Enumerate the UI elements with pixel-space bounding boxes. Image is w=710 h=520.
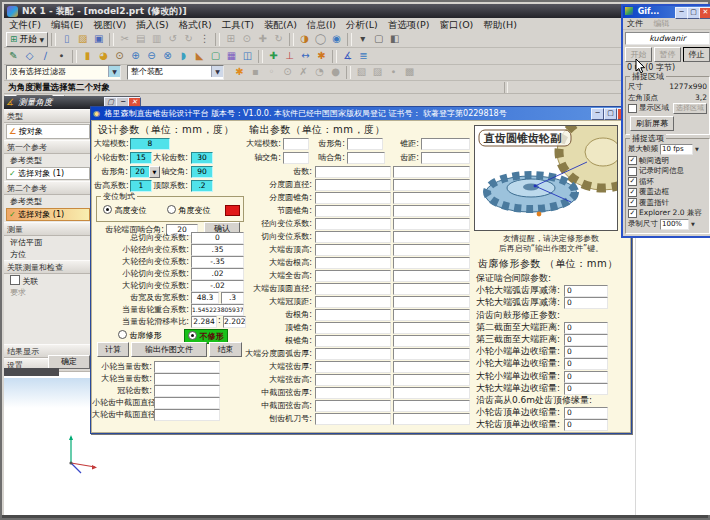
output-row-input-19-pinion[interactable] bbox=[315, 413, 391, 425]
output-row-input-16-pinion[interactable] bbox=[315, 374, 391, 386]
gif-option-checkbox-0[interactable]: ✓ bbox=[628, 156, 637, 165]
orientation-label[interactable]: 方位 bbox=[4, 248, 92, 260]
output-row-input-12-pinion[interactable] bbox=[315, 322, 391, 334]
gif-titlebar[interactable]: Gif... ─ ▢ ✕ bbox=[623, 6, 710, 18]
menu-item-10[interactable]: 窗口(O) bbox=[434, 18, 478, 31]
snapshot-icon[interactable]: ◉ bbox=[329, 32, 344, 47]
select-region-button[interactable]: 选择区域 bbox=[673, 103, 707, 114]
height-shift-radio[interactable] bbox=[103, 205, 112, 214]
menu-item-5[interactable]: 工具(T) bbox=[217, 18, 259, 31]
datum-plane-icon[interactable]: ◇ bbox=[22, 49, 37, 64]
measure-icon[interactable]: ∡ bbox=[340, 49, 355, 64]
profile-mod-radio[interactable] bbox=[118, 330, 127, 339]
output-row-input-10-gear[interactable] bbox=[393, 296, 470, 308]
calculate-button[interactable]: 计算 bbox=[97, 342, 129, 357]
gif-option-checkbox-5[interactable]: ✓ bbox=[628, 209, 637, 218]
addendum-coef-input[interactable]: 1 bbox=[130, 180, 152, 192]
clearance-coef-input[interactable]: .2 bbox=[191, 180, 213, 192]
shell-icon[interactable]: ▢ bbox=[208, 49, 223, 64]
mod-item-input-9[interactable]: 0 bbox=[564, 383, 608, 395]
output-row-input-11-pinion[interactable] bbox=[315, 309, 391, 321]
output-row-input-0-pinion[interactable] bbox=[315, 166, 391, 178]
angle-shift-radio-row[interactable]: 角度变位 bbox=[167, 205, 211, 216]
mod-item-input-11[interactable]: 0 bbox=[564, 407, 608, 419]
add-component-icon[interactable]: ✚ bbox=[266, 49, 281, 64]
mod-item-input-12[interactable]: 0 bbox=[564, 419, 608, 431]
chamfer-icon[interactable]: ◣ bbox=[192, 49, 207, 64]
section-first-reference[interactable]: 第一个参考 bbox=[4, 140, 92, 154]
section-second-reference[interactable]: 第二个参考 bbox=[4, 181, 92, 195]
gif-option-1[interactable]: 记录时间信息 bbox=[628, 166, 707, 177]
overlap-input[interactable]: 1.54522380593706 bbox=[191, 304, 244, 316]
out-pitch-input[interactable] bbox=[421, 152, 470, 164]
facewidth-coef-input[interactable]: .3 bbox=[221, 292, 244, 304]
output-row-input-18-pinion[interactable] bbox=[315, 400, 391, 412]
menu-item-2[interactable]: 视图(V) bbox=[88, 18, 131, 31]
show-region-checkbox[interactable] bbox=[628, 104, 637, 113]
output-row-input-4-pinion[interactable] bbox=[315, 218, 391, 230]
no-mod-radio[interactable] bbox=[188, 331, 197, 340]
output-row-input-4-gear[interactable] bbox=[393, 218, 470, 230]
design-row-input-2[interactable]: -.35 bbox=[191, 256, 244, 268]
mod-item-input-2[interactable]: 0 bbox=[564, 297, 608, 309]
output-row-input-1-pinion[interactable] bbox=[315, 179, 391, 191]
design-bottom-input-0[interactable] bbox=[154, 361, 220, 373]
snap-point-icon[interactable]: ✱ bbox=[232, 65, 247, 80]
gif-option-checkbox-3[interactable]: ✓ bbox=[628, 188, 637, 197]
output-row-input-8-gear[interactable] bbox=[393, 270, 470, 282]
output-row-input-7-gear[interactable] bbox=[393, 257, 470, 269]
output-row-input-7-pinion[interactable] bbox=[315, 257, 391, 269]
menu-item-11[interactable]: 帮助(H) bbox=[478, 18, 522, 31]
output-row-input-14-gear[interactable] bbox=[393, 348, 470, 360]
selection-filter-combo[interactable]: 没有选择过滤器 ▼ bbox=[6, 65, 121, 80]
sketch-icon[interactable]: ✎ bbox=[6, 49, 21, 64]
output-row-input-3-pinion[interactable] bbox=[315, 205, 391, 217]
gif-pause-button[interactable]: 暂停 bbox=[654, 47, 681, 62]
menu-item-4[interactable]: 格式(R) bbox=[174, 18, 217, 31]
gif-stop-button[interactable]: 停止 bbox=[683, 47, 710, 62]
output-row-input-15-gear[interactable] bbox=[393, 361, 470, 373]
output-row-input-9-pinion[interactable] bbox=[315, 283, 391, 295]
output-row-input-17-gear[interactable] bbox=[393, 387, 470, 399]
out-pressure-angle-input[interactable] bbox=[347, 138, 383, 150]
output-row-input-6-pinion[interactable] bbox=[315, 244, 391, 256]
menu-item-1[interactable]: 编辑(E) bbox=[46, 18, 88, 31]
pattern-icon[interactable]: ▦ bbox=[224, 49, 239, 64]
gear-maximize-button[interactable]: ▢ bbox=[604, 108, 617, 120]
extrude-icon[interactable]: ▮ bbox=[80, 49, 95, 64]
gif-menu-edit[interactable]: 编辑 bbox=[654, 19, 670, 28]
menu-item-0[interactable]: 文件(F) bbox=[4, 18, 46, 31]
gif-option-3[interactable]: ✓覆盖边框 bbox=[628, 187, 707, 198]
gif-close-button[interactable]: ✕ bbox=[699, 7, 710, 19]
output-row-input-18-gear[interactable] bbox=[393, 400, 470, 412]
gif-filename-box[interactable]: kudwanir bbox=[625, 32, 710, 45]
output-row-input-10-pinion[interactable] bbox=[315, 296, 391, 308]
layer-dropdown-icon[interactable]: ▢ bbox=[371, 32, 386, 47]
design-row-input-3[interactable]: .02 bbox=[191, 268, 244, 280]
output-row-input-9-gear[interactable] bbox=[393, 283, 470, 295]
output-row-input-19-gear[interactable] bbox=[393, 413, 470, 425]
gif-option-checkbox-1[interactable] bbox=[628, 167, 637, 176]
ok-button[interactable]: 确定 bbox=[48, 355, 90, 369]
record-size-combo[interactable]: 100% bbox=[660, 219, 689, 230]
datum-axis-icon[interactable]: ∕ bbox=[38, 49, 53, 64]
menu-item-6[interactable]: 装配(A) bbox=[259, 18, 302, 31]
app-titlebar[interactable]: NX 1 - 装配 - [model2.prt (修改的)] bbox=[4, 4, 710, 18]
section-associative[interactable]: 关联测量和检查 bbox=[4, 260, 92, 274]
chevron-down-icon[interactable]: ▼ bbox=[691, 219, 695, 230]
mod-item-input-1[interactable]: 0 bbox=[564, 285, 608, 297]
blend-icon[interactable]: ◗ bbox=[176, 49, 191, 64]
refresh-screen-button[interactable]: 刷新屏幕 bbox=[630, 116, 674, 131]
output-file-button[interactable]: 输出作图文件 bbox=[131, 342, 207, 357]
mod-item-input-6[interactable]: 0 bbox=[564, 346, 608, 358]
section-type[interactable]: 类型 bbox=[4, 109, 92, 123]
info-icon[interactable]: ≣ bbox=[356, 49, 371, 64]
output-row-input-3-gear[interactable] bbox=[393, 205, 470, 217]
out-mesh-angle-input[interactable] bbox=[347, 152, 385, 164]
output-row-input-15-pinion[interactable] bbox=[315, 361, 391, 373]
mod-item-input-7[interactable]: 0 bbox=[564, 358, 608, 370]
explode-icon[interactable]: ✱ bbox=[314, 49, 329, 64]
design-bottom-input-1[interactable] bbox=[154, 373, 220, 385]
section-measurement[interactable]: 测量 bbox=[4, 222, 92, 236]
height-shift-radio-row[interactable]: 高度变位 bbox=[103, 205, 147, 216]
